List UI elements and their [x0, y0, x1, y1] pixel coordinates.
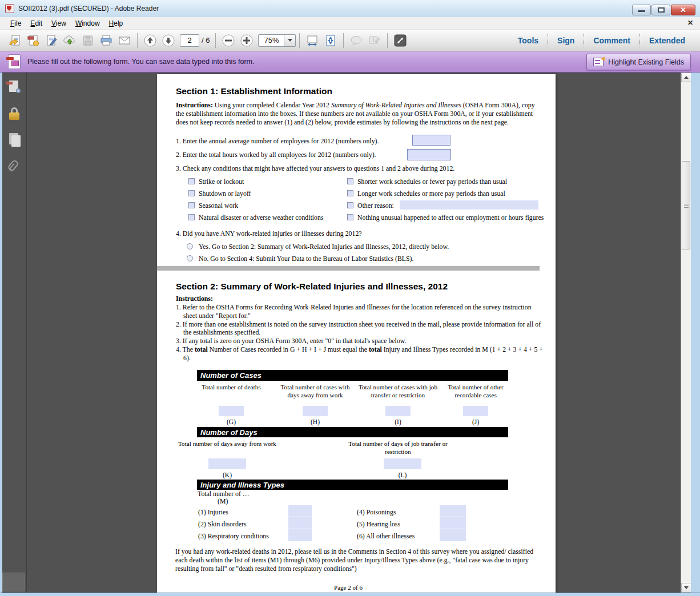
checkbox-shutdown-or-layoff[interactable] — [188, 190, 195, 196]
menu-edit[interactable]: Edit — [26, 18, 47, 29]
scroll-up-button[interactable] — [681, 73, 691, 82]
security-lock-icon[interactable] — [7, 107, 21, 120]
pages-icon[interactable] — [7, 133, 21, 147]
tab-sign[interactable]: Sign — [548, 36, 584, 45]
next-page-button[interactable] — [160, 33, 177, 49]
field-H-input[interactable] — [303, 406, 328, 416]
save-button[interactable] — [79, 33, 96, 49]
tab-extended[interactable]: Extended — [640, 36, 694, 45]
create-pdf-button[interactable] — [25, 33, 42, 49]
fit-page-button[interactable] — [322, 33, 339, 49]
page-number-input[interactable] — [180, 34, 199, 47]
window-title: SOII2012 (3).pdf (SECURED) - Adobe Reade… — [18, 5, 159, 13]
radio-yes[interactable] — [187, 243, 193, 249]
field-L-input[interactable] — [384, 458, 421, 469]
scroll-down-button[interactable] — [681, 583, 691, 593]
checkbox-nothing-unusual[interactable] — [347, 214, 353, 220]
scrollbar-thumb[interactable] — [682, 161, 690, 249]
total-hours-input[interactable] — [407, 149, 451, 160]
adobe-reader-icon — [5, 4, 14, 13]
field-M3-input[interactable] — [288, 529, 312, 541]
comment-bubble-icon — [349, 34, 363, 47]
checkbox-longer-schedules[interactable] — [347, 190, 353, 196]
checkbox-shorter-schedules[interactable] — [347, 178, 353, 184]
question-2-label: 2. Enter the total hours worked by all e… — [176, 151, 376, 159]
section2-title: Section 2: Summary of Work-Related Injur… — [176, 281, 448, 292]
col-other-recordable: Total number of other recordable cases — [436, 384, 516, 400]
employees-2012-input[interactable] — [412, 135, 450, 146]
letter-H: (H) — [275, 418, 355, 425]
field-M1-input[interactable] — [288, 505, 312, 517]
field-K-input[interactable] — [208, 458, 246, 469]
form-notification-bar: Please fill out the following form. You … — [0, 51, 700, 73]
zoom-dropdown-button[interactable] — [284, 34, 296, 47]
field-M4-input[interactable] — [440, 505, 466, 517]
menu-help[interactable]: Help — [104, 18, 128, 29]
type-skin-disorders-label: (2) Skin disorders — [198, 520, 247, 529]
fit-width-button[interactable] — [304, 33, 321, 49]
checkbox-natural-disaster[interactable] — [188, 214, 195, 220]
scroll-down-icon — [684, 586, 689, 589]
window-right-border — [691, 73, 700, 593]
tab-comment[interactable]: Comment — [584, 36, 639, 45]
comment-bubble-button[interactable] — [348, 33, 365, 49]
type-injuries-label: (1) Injuries — [198, 508, 228, 517]
section2-instructions-list: 1. Refer to the OSHA Forms for Recording… — [176, 303, 544, 363]
zoom-level-value[interactable]: 75% — [258, 34, 284, 47]
type-poisonings-label: (4) Poisonings — [357, 508, 396, 517]
page-thumbnails-icon[interactable] — [7, 80, 21, 94]
field-M2-input[interactable] — [288, 517, 312, 529]
field-M5-input[interactable] — [440, 517, 466, 529]
section1-instructions-label: Instructions: — [176, 101, 213, 109]
cloud-upload-button[interactable] — [61, 33, 78, 49]
number-of-days-header: Number of Days — [197, 427, 508, 437]
open-file-button[interactable] — [6, 33, 23, 49]
email-button[interactable] — [116, 33, 133, 49]
col-total-deaths: Total number of deaths — [191, 384, 271, 392]
window-bottom-border — [0, 593, 700, 596]
tab-tools[interactable]: Tools — [509, 36, 548, 45]
checkbox-shorter-label: Shorter work schedules or fewer pay peri… — [357, 178, 507, 186]
radio-no[interactable] — [187, 255, 193, 261]
text-annotation-button[interactable]: T — [366, 33, 383, 49]
attachments-paperclip-icon[interactable] — [7, 159, 21, 173]
previous-page-button[interactable] — [142, 33, 159, 49]
menu-window[interactable]: Window — [71, 18, 104, 29]
highlight-existing-fields-button[interactable]: Highlight Existing Fields — [586, 54, 691, 70]
col-days-job-transfer: Total number of days of job transfer or … — [341, 440, 455, 456]
other-reason-input[interactable] — [400, 200, 538, 210]
zoom-out-icon — [222, 34, 235, 47]
vertical-scrollbar[interactable] — [681, 73, 691, 593]
section-divider — [157, 266, 540, 271]
scrollbar-grip-icon — [684, 206, 689, 206]
email-icon — [118, 34, 131, 47]
letter-L: (L) — [363, 472, 442, 478]
checkbox-strike-or-lockout[interactable] — [188, 178, 195, 184]
minimize-button[interactable] — [632, 5, 651, 15]
injury-illness-types-header: Injury and Illness Types — [197, 480, 508, 490]
fullscreen-button[interactable] — [392, 33, 409, 49]
close-button[interactable]: ✕ — [671, 5, 695, 15]
zoom-out-button[interactable] — [220, 33, 237, 49]
sidebar-corner-button[interactable] — [2, 573, 25, 591]
menu-view[interactable]: View — [47, 18, 71, 29]
close-document-icon[interactable]: ✕ — [687, 19, 693, 27]
open-file-icon — [9, 34, 21, 47]
zoom-in-button[interactable] — [238, 33, 255, 49]
checkbox-other-reason[interactable] — [347, 202, 353, 208]
maximize-button[interactable] — [651, 5, 670, 15]
type-respiratory-label: (3) Respiratory conditions — [198, 532, 269, 541]
checkbox-strike-label: Strike or lockout — [199, 178, 244, 186]
field-J-input[interactable] — [463, 406, 488, 416]
toolbar: / 6 75% T Tools Sign Comment Extended — [0, 30, 700, 51]
print-button[interactable] — [98, 33, 115, 49]
fit-width-icon — [305, 34, 319, 47]
menu-file[interactable]: File — [6, 18, 26, 29]
sign-document-button[interactable] — [43, 33, 60, 49]
document-viewport: Section 1: Establishment Information Ins… — [0, 73, 700, 593]
field-M6-input[interactable] — [440, 529, 466, 541]
checkbox-seasonal-work[interactable] — [188, 202, 195, 208]
field-G-input[interactable] — [219, 406, 244, 416]
menu-bar: File Edit View Window Help ✕ — [0, 17, 700, 30]
field-I-input[interactable] — [385, 406, 411, 416]
